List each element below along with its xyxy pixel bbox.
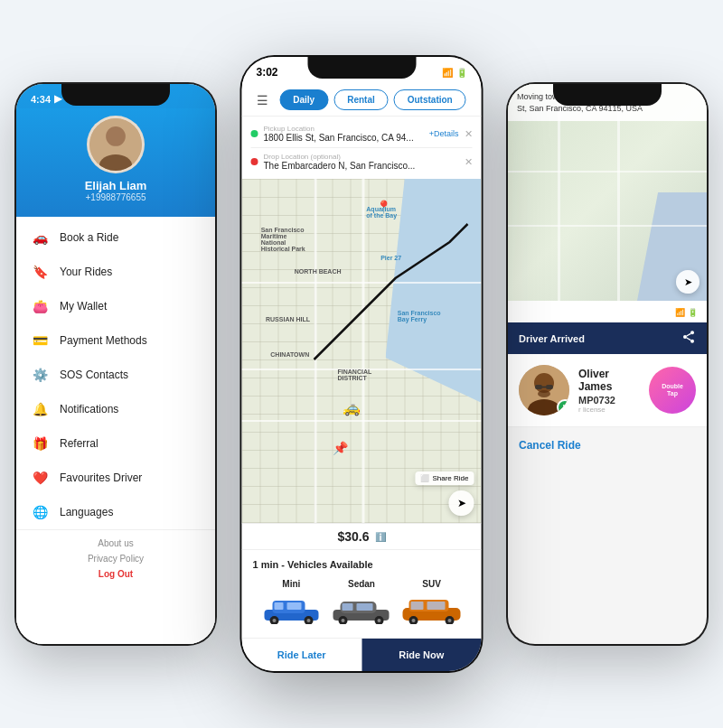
svg-rect-18 — [357, 603, 373, 611]
user-phone: +19988776655 — [85, 192, 146, 202]
sos-icon: ⚙️ — [31, 366, 49, 384]
book-ride-icon: 🚗 — [31, 229, 49, 247]
svg-rect-35 — [546, 385, 553, 389]
menu-item-book-a-ride[interactable]: 🚗 Book a Ride — [16, 220, 215, 255]
user-name: Elijah Liam — [85, 179, 147, 192]
map-pin-pickup: 📍 — [376, 200, 391, 214]
menu-item-payment-methods[interactable]: 💳 Payment Methods — [16, 323, 215, 358]
double-tap-button[interactable]: DoubleTap — [649, 367, 696, 414]
pickup-row: Pickup Location 1800 Ellis St, San Franc… — [251, 122, 473, 145]
double-tap-label: DoubleTap — [662, 383, 683, 398]
svg-line-30 — [687, 338, 691, 341]
svg-point-1 — [106, 126, 126, 146]
rating-badge: 5 — [557, 399, 569, 415]
ride-later-button[interactable]: Ride Later — [242, 639, 362, 671]
center-phone: 3:02 📶 🔋 ☰ Daily Rental Outstation Picku… — [242, 57, 482, 671]
vehicle-sedan-label: Sedan — [348, 579, 375, 589]
dropoff-value[interactable]: The Embarcadero N, San Francisco... — [264, 161, 459, 171]
driver-details: Oliver James MP0732 r license — [578, 368, 640, 414]
vehicle-suv-image — [400, 593, 464, 625]
svg-rect-10 — [286, 602, 301, 610]
avail-time: 1 min — [253, 559, 279, 570]
svg-rect-17 — [343, 603, 353, 611]
driver-name: Oliver James — [578, 368, 640, 393]
driver-avatar: 5 — [519, 365, 569, 415]
about-us-link[interactable]: About us — [31, 536, 201, 551]
tab-outstation[interactable]: Outstation — [394, 89, 466, 110]
vehicle-sedan-image — [330, 593, 393, 625]
vehicle-mini-label: Mini — [282, 579, 300, 589]
menu-label-your-rides: Your Rides — [60, 266, 112, 278]
details-link[interactable]: +Details — [429, 129, 459, 138]
menu-label-notifications: Notifications — [60, 403, 118, 415]
right-compass-button[interactable]: ➤ — [676, 270, 700, 294]
vehicle-mini[interactable]: Mini — [259, 579, 323, 625]
vehicle-sedan[interactable]: Sedan — [330, 579, 393, 625]
right-road-4 — [508, 225, 707, 227]
map-label-northbeach: NORTH BEACH — [295, 268, 342, 275]
map-label-sfnhp: San FranciscoMaritimeNationalHistorical … — [261, 227, 305, 252]
pickup-value[interactable]: 1800 Ellis St, San Francisco, CA 94... — [264, 133, 424, 143]
driver-arrived-label: Driver Arrived — [519, 333, 585, 344]
tab-rental[interactable]: Rental — [333, 89, 389, 110]
share-ride-label: Share Ride — [432, 474, 468, 482]
left-time: 4:34 — [31, 94, 51, 105]
compass-button[interactable]: ➤ — [449, 490, 474, 516]
svg-rect-34 — [535, 385, 542, 389]
cancel-bar: Cancel Ride — [508, 426, 707, 462]
menu-item-notifications[interactable]: 🔔 Notifications — [16, 392, 215, 426]
menu-item-languages[interactable]: 🌐 Languages — [16, 495, 215, 529]
map-car: 🚕 — [343, 399, 361, 416]
svg-point-28 — [683, 335, 687, 339]
menu-footer: About us Privacy Policy Log Out — [16, 529, 215, 587]
hamburger-icon[interactable]: ☰ — [257, 93, 268, 107]
tab-daily[interactable]: Daily — [279, 89, 328, 110]
dropoff-clear-button[interactable]: ✕ — [465, 156, 473, 168]
menu-item-your-rides[interactable]: 🔖 Your Rides — [16, 255, 215, 289]
driver-plate: MP0732 — [578, 395, 640, 406]
left-location-icon: ▶ — [54, 93, 61, 105]
share-ride-button[interactable]: ⬜ Share Ride — [415, 471, 474, 485]
menu-label-referral: Referral — [60, 437, 99, 450]
svg-line-31 — [687, 333, 691, 336]
center-status-icons: 📶 🔋 — [442, 68, 467, 78]
svg-point-22 — [412, 619, 416, 622]
svg-point-14 — [342, 619, 345, 622]
menu-item-favourites-driver[interactable]: ❤️ Favourites Driver — [16, 461, 215, 495]
battery-icon: 🔋 — [456, 68, 467, 78]
center-phone-notch — [307, 57, 416, 79]
pickup-clear-button[interactable]: ✕ — [465, 128, 473, 140]
menu-label-favourites-driver: Favourites Driver — [60, 471, 142, 484]
wifi-icon: 📶 — [442, 68, 453, 78]
log-out-link[interactable]: Log Out — [31, 566, 201, 582]
menu-item-sos-contacts[interactable]: ⚙️ SOS Contacts — [16, 358, 215, 392]
svg-point-37 — [538, 390, 550, 397]
map-label-chinatown: CHINATOWN — [270, 351, 309, 358]
ride-now-button[interactable]: Ride Now — [362, 639, 482, 671]
price-value: $30.6 — [337, 529, 369, 544]
vehicle-suv[interactable]: SUV — [400, 579, 464, 625]
referral-icon: 🎁 — [31, 434, 49, 453]
right-compass-icon: ➤ — [684, 276, 692, 288]
notifications-icon: 🔔 — [31, 400, 49, 418]
menu-item-my-wallet[interactable]: 👛 My Wallet — [16, 289, 215, 323]
center-time: 3:02 — [257, 66, 278, 79]
vehicle-row: Mini Sedan — [253, 572, 471, 632]
map-label-pier27: Pier 27 — [380, 255, 401, 261]
privacy-policy-link[interactable]: Privacy Policy — [31, 551, 201, 566]
menu-label-languages: Languages — [60, 506, 113, 518]
map-area: San FranciscoMaritimeNationalHistorical … — [242, 179, 482, 523]
cancel-ride-button[interactable]: Cancel Ride — [519, 439, 581, 452]
map-pin-drop: 📌 — [333, 441, 348, 455]
vehicle-mini-image — [259, 593, 323, 625]
driver-sublabel: r license — [578, 406, 640, 414]
dropoff-label: Drop Location (optional) — [264, 153, 459, 161]
svg-rect-26 — [427, 602, 446, 610]
right-status-bar: 📶 🔋 — [508, 301, 707, 322]
avatar — [87, 116, 145, 173]
share-button[interactable] — [681, 330, 696, 347]
user-section: Elijah Liam +19988776655 — [16, 108, 215, 217]
price-info-icon[interactable]: ℹ️ — [375, 532, 386, 542]
right-road-3 — [508, 171, 707, 173]
menu-item-referral[interactable]: 🎁 Referral — [16, 426, 215, 461]
